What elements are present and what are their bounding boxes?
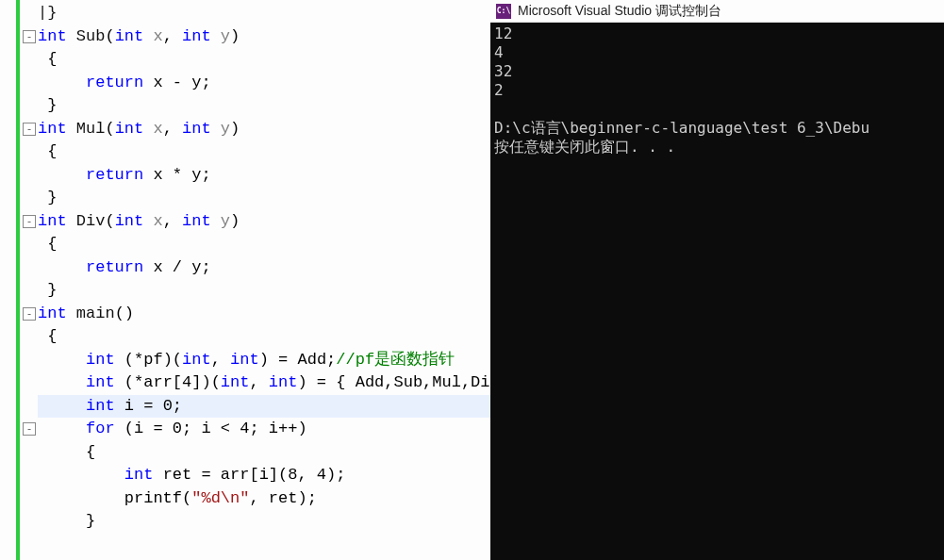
fold-toggle-icon[interactable]: - xyxy=(23,215,36,228)
code-line[interactable]: { xyxy=(38,140,490,164)
code-line[interactable]: int i = 0; xyxy=(38,395,490,419)
code-line[interactable]: return x * y; xyxy=(38,164,490,188)
code-line[interactable]: { xyxy=(38,441,490,465)
console-output[interactable]: 12 4 32 2 D:\c语言\beginner-c-language\tes… xyxy=(490,23,944,560)
code-line[interactable]: } xyxy=(38,94,490,118)
code-line[interactable]: { xyxy=(38,48,490,72)
code-area[interactable]: |}int Sub(int x, int y) { return x - y; … xyxy=(38,0,490,560)
code-line[interactable]: return x / y; xyxy=(38,256,490,280)
code-line[interactable]: for (i = 0; i < 4; i++) xyxy=(38,418,490,441)
code-line[interactable]: int main() xyxy=(38,303,490,326)
code-line[interactable]: { xyxy=(38,233,490,256)
editor-gutter: ----- xyxy=(0,0,38,560)
code-line[interactable]: int (*pf)(int, int) = Add;//pf是函数指针 xyxy=(38,349,490,372)
code-line[interactable]: { xyxy=(38,325,490,349)
code-line[interactable]: int Mul(int x, int y) xyxy=(38,118,490,141)
code-line[interactable]: } xyxy=(38,510,490,534)
code-line[interactable]: int ret = arr[i](8, 4); xyxy=(38,464,490,487)
code-line[interactable]: return x - y; xyxy=(38,72,490,95)
console-icon: C:\ xyxy=(496,4,511,19)
code-line[interactable]: int Sub(int x, int y) xyxy=(38,25,490,49)
debug-console-pane: C:\ Microsoft Visual Studio 调试控制台 12 4 3… xyxy=(490,0,944,560)
fold-toggle-icon[interactable]: - xyxy=(23,30,36,43)
console-title-text: Microsoft Visual Studio 调试控制台 xyxy=(518,3,721,20)
code-line[interactable]: printf("%d\n", ret); xyxy=(38,487,490,511)
code-editor-pane[interactable]: ----- |}int Sub(int x, int y) { return x… xyxy=(0,0,490,560)
console-title-bar: C:\ Microsoft Visual Studio 调试控制台 xyxy=(490,0,944,23)
code-line[interactable]: |} xyxy=(38,2,490,25)
code-line[interactable]: int Div(int x, int y) xyxy=(38,210,490,234)
fold-toggle-icon[interactable]: - xyxy=(23,422,36,436)
code-line[interactable]: } xyxy=(38,187,490,210)
fold-toggle-icon[interactable]: - xyxy=(23,307,36,321)
code-line[interactable]: int (*arr[4])(int, int) = { Add,Sub,Mul,… xyxy=(38,371,490,395)
fold-toggle-icon[interactable]: - xyxy=(23,123,36,136)
code-line[interactable]: } xyxy=(38,279,490,303)
modified-indicator-bar xyxy=(16,0,20,560)
